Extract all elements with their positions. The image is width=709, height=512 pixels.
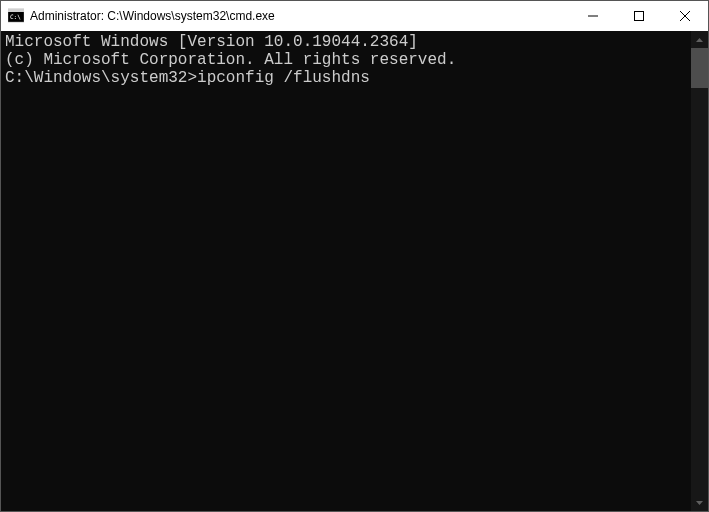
svg-rect-4: [635, 12, 644, 21]
terminal-prompt: C:\Windows\system32>: [5, 69, 197, 87]
scrollbar-down-arrow[interactable]: [691, 494, 708, 511]
chevron-down-icon: [696, 501, 703, 505]
svg-text:C:\: C:\: [10, 13, 21, 20]
titlebar[interactable]: C:\ Administrator: C:\Windows\system32\c…: [1, 1, 708, 31]
titlebar-controls: [570, 1, 708, 31]
cmd-icon: C:\: [8, 8, 24, 24]
close-icon: [680, 11, 690, 21]
terminal-output-line: Microsoft Windows [Version 10.0.19044.23…: [5, 33, 687, 51]
maximize-icon: [634, 11, 644, 21]
terminal-area: Microsoft Windows [Version 10.0.19044.23…: [1, 31, 708, 511]
scrollbar-track[interactable]: [691, 48, 708, 494]
minimize-icon: [588, 11, 598, 21]
cmd-window: C:\ Administrator: C:\Windows\system32\c…: [0, 0, 709, 512]
svg-rect-1: [8, 9, 24, 12]
vertical-scrollbar[interactable]: [691, 31, 708, 511]
maximize-button[interactable]: [616, 1, 662, 31]
terminal-output-line: (c) Microsoft Corporation. All rights re…: [5, 51, 687, 69]
terminal-content[interactable]: Microsoft Windows [Version 10.0.19044.23…: [1, 31, 691, 511]
minimize-button[interactable]: [570, 1, 616, 31]
terminal-command: ipconfig /flushdns: [197, 69, 370, 87]
scrollbar-up-arrow[interactable]: [691, 31, 708, 48]
window-title: Administrator: C:\Windows\system32\cmd.e…: [30, 9, 570, 23]
scrollbar-thumb[interactable]: [691, 48, 708, 88]
close-button[interactable]: [662, 1, 708, 31]
chevron-up-icon: [696, 38, 703, 42]
